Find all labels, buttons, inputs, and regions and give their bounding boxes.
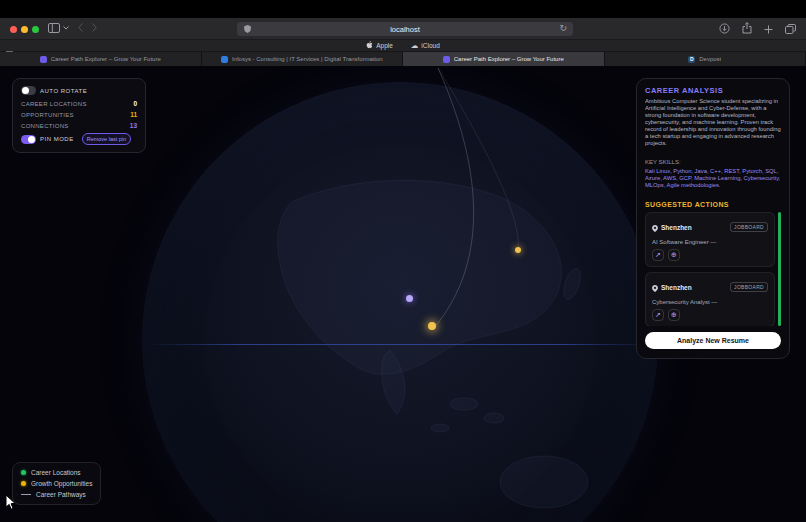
tab-favicon: D	[688, 56, 695, 63]
external-link-icon: ↗	[655, 311, 661, 319]
favorite-apple[interactable]: Apple	[366, 41, 393, 50]
share-icon[interactable]	[742, 20, 752, 38]
location-pin-icon	[652, 278, 658, 296]
toggle-knob	[22, 87, 29, 94]
new-tab-icon[interactable]	[764, 20, 773, 38]
toggle-knob	[28, 136, 35, 143]
action-city: Shenzhen	[661, 284, 692, 291]
key-skills-text: Kali Linux, Python, Java, C++, REST, Pyt…	[645, 168, 781, 190]
tab-favicon	[443, 56, 450, 63]
external-link-icon: ↗	[655, 251, 661, 259]
remove-last-pin-button[interactable]: Remove last pin	[82, 133, 131, 145]
tab-overview-icon[interactable]	[785, 20, 796, 38]
globe-3d[interactable]	[142, 82, 658, 522]
tab-devpost[interactable]: D Devpost	[605, 52, 806, 66]
sidebar-toggle-icon[interactable]	[48, 23, 60, 33]
address-text: localhost	[390, 25, 420, 34]
pin-mode-toggle[interactable]	[21, 135, 36, 144]
green-dot-icon	[21, 470, 26, 475]
globe-controls-panel: AUTO ROTATE CAREER LOCATIONS 0 OPPORTUNI…	[12, 78, 146, 153]
browser-toolbar: localhost ↻	[0, 18, 806, 40]
location-pin-icon	[652, 218, 658, 236]
favorites-bar: Apple ☁ iCloud	[0, 40, 806, 52]
stat-value: 13	[130, 122, 137, 129]
tab-bar: Career Path Explorer – Grow Your Future …	[0, 52, 806, 66]
action-role: AI Software Engineer —	[652, 239, 768, 245]
stat-connections: CONNECTIONS 13	[21, 122, 137, 129]
pin-mode-label: PIN MODE	[40, 136, 74, 142]
close-window-button[interactable]	[10, 26, 17, 33]
action-city: Shenzhen	[661, 224, 692, 231]
growth-opportunity-marker[interactable]	[515, 247, 521, 253]
suggested-actions-list[interactable]: Shenzhen JOBBOARD AI Software Engineer —…	[645, 212, 781, 326]
globe-target-icon: ⊕	[671, 311, 677, 319]
stat-value: 11	[130, 111, 137, 118]
action-card[interactable]: Shenzhen JOBBOARD Cybersecurity Analyst …	[645, 272, 775, 326]
open-link-button[interactable]: ↗	[652, 309, 664, 321]
analyze-new-resume-button[interactable]: Analyze New Resume	[645, 332, 781, 349]
action-card[interactable]: Shenzhen JOBBOARD AI Software Engineer —…	[645, 212, 775, 267]
career-analysis-title: CAREER ANALYSIS	[645, 86, 723, 95]
downloads-icon[interactable]	[719, 20, 730, 38]
favorite-icloud[interactable]: ☁ iCloud	[411, 42, 440, 50]
key-skills-label: KEY SKILLS:	[645, 159, 681, 165]
minimize-window-button[interactable]	[21, 26, 28, 33]
analysis-summary: Ambitious Computer Science student speci…	[645, 98, 781, 147]
cloud-icon: ☁	[411, 42, 419, 50]
map-legend: Career Locations Growth Opportunities Ca…	[12, 462, 101, 505]
tab-favicon	[40, 56, 47, 63]
back-icon[interactable]	[78, 23, 83, 32]
growth-opportunity-marker[interactable]	[428, 322, 436, 330]
privacy-shield-icon[interactable]	[244, 25, 251, 35]
top-black-strip	[0, 0, 806, 18]
continent-outlines	[142, 82, 658, 522]
legend-item-growth-opportunities: Growth Opportunities	[21, 480, 92, 487]
address-bar[interactable]: localhost ↻	[237, 22, 573, 36]
suggested-actions-title: SUGGESTED ACTIONS	[645, 201, 729, 208]
tab-infosys[interactable]: Infosys - Consulting | IT Services | Dig…	[202, 52, 404, 66]
pathway-line	[148, 344, 654, 345]
forward-icon[interactable]	[92, 23, 97, 32]
jobboard-badge: JOBBOARD	[730, 222, 768, 232]
zoom-window-button[interactable]	[32, 26, 39, 33]
locate-on-globe-button[interactable]: ⊕	[668, 309, 680, 321]
jobboard-badge: JOBBOARD	[730, 282, 768, 292]
reload-icon[interactable]: ↻	[559, 23, 567, 33]
tab-career-explorer-2-active[interactable]: Career Path Explorer – Grow Your Future	[403, 52, 605, 66]
safari-window: localhost ↻ Apple	[0, 0, 806, 522]
tab-favicon	[221, 56, 228, 63]
page-content: AUTO ROTATE CAREER LOCATIONS 0 OPPORTUNI…	[0, 66, 806, 522]
connection-marker[interactable]	[406, 295, 413, 302]
stat-value: 0	[133, 100, 137, 107]
locate-on-globe-button[interactable]: ⊕	[668, 249, 680, 261]
yellow-dot-icon	[21, 481, 26, 486]
auto-rotate-label: AUTO ROTATE	[40, 88, 87, 94]
actions-scrollbar[interactable]	[778, 212, 781, 326]
line-icon	[21, 494, 31, 496]
apple-logo-icon	[366, 41, 373, 50]
auto-rotate-toggle[interactable]	[21, 86, 36, 95]
tab-career-explorer-1[interactable]: Career Path Explorer – Grow Your Future	[0, 52, 202, 66]
career-analysis-panel: CAREER ANALYSIS Ambitious Computer Scien…	[636, 78, 790, 359]
action-role: Cybersecurity Analyst —	[652, 299, 768, 305]
open-link-button[interactable]: ↗	[652, 249, 664, 261]
stat-career-locations: CAREER LOCATIONS 0	[21, 100, 137, 107]
chevron-down-icon[interactable]	[63, 26, 69, 30]
legend-item-career-pathways: Career Pathways	[21, 491, 92, 498]
globe-target-icon: ⊕	[671, 251, 677, 259]
legend-item-career-locations: Career Locations	[21, 469, 92, 476]
stat-opportunities: OPPORTUNITIES 11	[21, 111, 137, 118]
